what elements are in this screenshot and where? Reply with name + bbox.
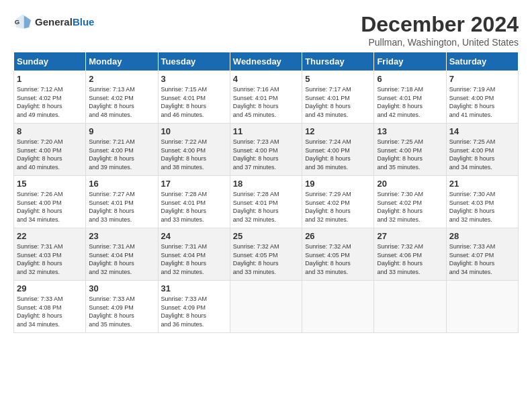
calendar-cell: 12Sunrise: 7:24 AM Sunset: 4:00 PM Dayli… xyxy=(302,124,374,176)
header-monday: Monday xyxy=(86,52,158,71)
calendar-cell: 27Sunrise: 7:32 AM Sunset: 4:06 PM Dayli… xyxy=(374,228,446,281)
day-number: 12 xyxy=(305,126,371,136)
day-info: Sunrise: 7:12 AM Sunset: 4:02 PM Dayligh… xyxy=(17,85,83,119)
header-saturday: Saturday xyxy=(446,52,518,71)
logo-text: General Blue xyxy=(35,16,94,28)
day-info: Sunrise: 7:16 AM Sunset: 4:01 PM Dayligh… xyxy=(233,85,299,119)
subtitle: Pullman, Washington, United States xyxy=(361,37,519,48)
calendar-cell: 3Sunrise: 7:15 AM Sunset: 4:01 PM Daylig… xyxy=(158,71,230,124)
day-info: Sunrise: 7:33 AM Sunset: 4:09 PM Dayligh… xyxy=(89,295,154,328)
day-info: Sunrise: 7:28 AM Sunset: 4:01 PM Dayligh… xyxy=(161,190,227,224)
calendar-cell: 22Sunrise: 7:31 AM Sunset: 4:03 PM Dayli… xyxy=(14,228,86,281)
day-number: 9 xyxy=(89,126,154,136)
calendar-cell: 1Sunrise: 7:12 AM Sunset: 4:02 PM Daylig… xyxy=(14,71,86,124)
header: G General Blue December 2024 Pullman, Wa… xyxy=(13,12,519,48)
calendar-cell: 10Sunrise: 7:22 AM Sunset: 4:00 PM Dayli… xyxy=(158,124,230,176)
day-info: Sunrise: 7:21 AM Sunset: 4:00 PM Dayligh… xyxy=(89,138,154,171)
logo-icon: G xyxy=(13,12,32,31)
day-number: 16 xyxy=(89,179,154,189)
calendar-cell: 8Sunrise: 7:20 AM Sunset: 4:00 PM Daylig… xyxy=(14,124,86,176)
day-info: Sunrise: 7:25 AM Sunset: 4:00 PM Dayligh… xyxy=(377,138,443,171)
calendar-cell: 16Sunrise: 7:27 AM Sunset: 4:01 PM Dayli… xyxy=(86,176,158,228)
day-number: 20 xyxy=(377,179,443,189)
title-block: December 2024 Pullman, Washington, Unite… xyxy=(361,12,519,48)
day-info: Sunrise: 7:25 AM Sunset: 4:00 PM Dayligh… xyxy=(449,138,515,171)
calendar-cell xyxy=(230,281,302,333)
day-number: 17 xyxy=(161,179,227,189)
calendar-cell xyxy=(374,281,446,333)
calendar-week-2: 8Sunrise: 7:20 AM Sunset: 4:00 PM Daylig… xyxy=(14,124,519,176)
calendar-cell: 15Sunrise: 7:26 AM Sunset: 4:00 PM Dayli… xyxy=(14,176,86,228)
day-number: 22 xyxy=(17,231,83,241)
day-number: 31 xyxy=(161,283,227,293)
day-number: 11 xyxy=(233,126,299,136)
calendar-cell: 24Sunrise: 7:31 AM Sunset: 4:04 PM Dayli… xyxy=(158,228,230,281)
day-info: Sunrise: 7:29 AM Sunset: 4:02 PM Dayligh… xyxy=(305,190,371,224)
calendar-cell xyxy=(446,281,518,333)
day-info: Sunrise: 7:30 AM Sunset: 4:02 PM Dayligh… xyxy=(377,190,443,224)
header-thursday: Thursday xyxy=(302,52,374,71)
day-number: 28 xyxy=(449,231,515,241)
calendar-cell: 18Sunrise: 7:28 AM Sunset: 4:01 PM Dayli… xyxy=(230,176,302,228)
day-info: Sunrise: 7:13 AM Sunset: 4:02 PM Dayligh… xyxy=(89,85,154,119)
day-info: Sunrise: 7:17 AM Sunset: 4:01 PM Dayligh… xyxy=(305,85,371,119)
svg-text:G: G xyxy=(15,18,19,26)
day-number: 18 xyxy=(233,179,299,189)
day-info: Sunrise: 7:33 AM Sunset: 4:08 PM Dayligh… xyxy=(17,295,83,328)
logo: G General Blue xyxy=(13,12,94,31)
calendar-cell: 31Sunrise: 7:33 AM Sunset: 4:09 PM Dayli… xyxy=(158,281,230,333)
day-number: 3 xyxy=(161,74,227,84)
calendar-cell: 21Sunrise: 7:30 AM Sunset: 4:03 PM Dayli… xyxy=(446,176,518,228)
calendar-cell xyxy=(302,281,374,333)
calendar-cell: 25Sunrise: 7:32 AM Sunset: 4:05 PM Dayli… xyxy=(230,228,302,281)
day-info: Sunrise: 7:22 AM Sunset: 4:00 PM Dayligh… xyxy=(161,138,227,171)
header-sunday: Sunday xyxy=(14,52,86,71)
day-info: Sunrise: 7:32 AM Sunset: 4:05 PM Dayligh… xyxy=(233,242,299,276)
day-number: 2 xyxy=(89,74,154,84)
header-wednesday: Wednesday xyxy=(230,52,302,71)
calendar-cell: 17Sunrise: 7:28 AM Sunset: 4:01 PM Dayli… xyxy=(158,176,230,228)
calendar-cell: 26Sunrise: 7:32 AM Sunset: 4:05 PM Dayli… xyxy=(302,228,374,281)
calendar-cell: 23Sunrise: 7:31 AM Sunset: 4:04 PM Dayli… xyxy=(86,228,158,281)
day-number: 25 xyxy=(233,231,299,241)
day-number: 1 xyxy=(17,74,83,84)
logo-general: General xyxy=(35,16,73,28)
calendar-table: SundayMondayTuesdayWednesdayThursdayFrid… xyxy=(13,52,519,333)
calendar-header: SundayMondayTuesdayWednesdayThursdayFrid… xyxy=(14,52,519,71)
day-info: Sunrise: 7:26 AM Sunset: 4:00 PM Dayligh… xyxy=(17,190,83,224)
calendar-cell: 29Sunrise: 7:33 AM Sunset: 4:08 PM Dayli… xyxy=(14,281,86,333)
day-info: Sunrise: 7:19 AM Sunset: 4:00 PM Dayligh… xyxy=(449,85,515,119)
day-number: 5 xyxy=(305,74,371,84)
calendar-cell: 19Sunrise: 7:29 AM Sunset: 4:02 PM Dayli… xyxy=(302,176,374,228)
day-number: 6 xyxy=(377,74,443,84)
day-number: 27 xyxy=(377,231,443,241)
main-title: December 2024 xyxy=(361,12,519,37)
day-info: Sunrise: 7:31 AM Sunset: 4:04 PM Dayligh… xyxy=(89,242,154,276)
day-info: Sunrise: 7:32 AM Sunset: 4:06 PM Dayligh… xyxy=(377,242,443,276)
calendar-cell: 9Sunrise: 7:21 AM Sunset: 4:00 PM Daylig… xyxy=(86,124,158,176)
calendar-week-3: 15Sunrise: 7:26 AM Sunset: 4:00 PM Dayli… xyxy=(14,176,519,228)
header-tuesday: Tuesday xyxy=(158,52,230,71)
header-friday: Friday xyxy=(374,52,446,71)
day-info: Sunrise: 7:20 AM Sunset: 4:00 PM Dayligh… xyxy=(17,138,83,171)
day-info: Sunrise: 7:15 AM Sunset: 4:01 PM Dayligh… xyxy=(161,85,227,119)
day-number: 10 xyxy=(161,126,227,136)
day-number: 24 xyxy=(161,231,227,241)
day-info: Sunrise: 7:31 AM Sunset: 4:03 PM Dayligh… xyxy=(17,242,83,276)
calendar-cell: 2Sunrise: 7:13 AM Sunset: 4:02 PM Daylig… xyxy=(86,71,158,124)
day-info: Sunrise: 7:23 AM Sunset: 4:00 PM Dayligh… xyxy=(233,138,299,171)
calendar-cell: 7Sunrise: 7:19 AM Sunset: 4:00 PM Daylig… xyxy=(446,71,518,124)
day-info: Sunrise: 7:30 AM Sunset: 4:03 PM Dayligh… xyxy=(449,190,515,224)
calendar-cell: 30Sunrise: 7:33 AM Sunset: 4:09 PM Dayli… xyxy=(86,281,158,333)
page: G General Blue December 2024 Pullman, Wa… xyxy=(0,0,532,340)
day-info: Sunrise: 7:33 AM Sunset: 4:07 PM Dayligh… xyxy=(449,242,515,276)
calendar-week-4: 22Sunrise: 7:31 AM Sunset: 4:03 PM Dayli… xyxy=(14,228,519,281)
day-number: 23 xyxy=(89,231,154,241)
day-number: 14 xyxy=(449,126,515,136)
day-info: Sunrise: 7:32 AM Sunset: 4:05 PM Dayligh… xyxy=(305,242,371,276)
calendar-cell: 28Sunrise: 7:33 AM Sunset: 4:07 PM Dayli… xyxy=(446,228,518,281)
day-info: Sunrise: 7:18 AM Sunset: 4:01 PM Dayligh… xyxy=(377,85,443,119)
day-number: 7 xyxy=(449,74,515,84)
calendar-cell: 4Sunrise: 7:16 AM Sunset: 4:01 PM Daylig… xyxy=(230,71,302,124)
day-number: 13 xyxy=(377,126,443,136)
